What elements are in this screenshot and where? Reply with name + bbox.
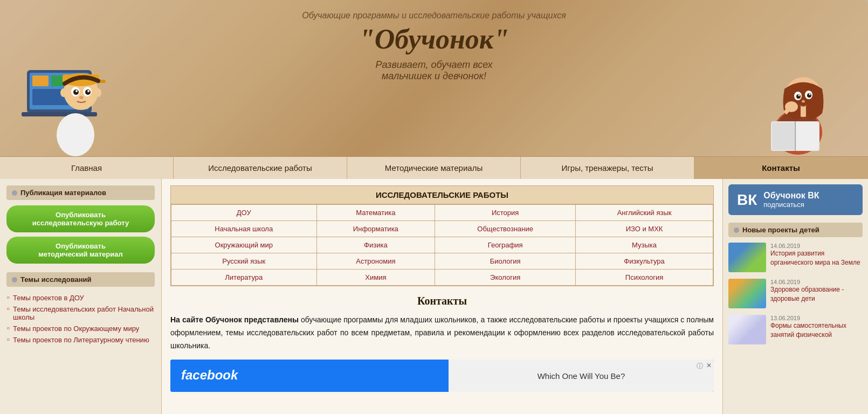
- header-title: "Обучонок": [11, 23, 857, 55]
- mascot-girl-container: [755, 27, 852, 156]
- project-date-2: 14.06.2019: [770, 279, 863, 285]
- table-cell[interactable]: Литература: [171, 270, 317, 286]
- nav-research[interactable]: Исследовательские работы: [174, 157, 347, 179]
- svg-rect-26: [796, 122, 818, 150]
- project-item-3: 13.06.2019 Формы самостоятельных занятий…: [728, 315, 863, 344]
- table-cell[interactable]: Обществознание: [435, 221, 576, 237]
- publish-section-title: Публикация материалов: [6, 185, 155, 200]
- vk-subscribe-box[interactable]: ВК Обучонок ВК подписаться: [728, 184, 863, 215]
- project-thumb-1: [728, 243, 766, 272]
- research-table: ДОУ Математика История Английский язык Н…: [171, 204, 713, 286]
- svg-point-19: [60, 88, 67, 97]
- table-cell[interactable]: Начальная школа: [171, 221, 317, 237]
- project-title-3[interactable]: Формы самостоятельных занятий физической: [770, 321, 863, 340]
- project-info-1: 14.06.2019 История развития органическог…: [770, 243, 863, 267]
- table-cell[interactable]: Русский язык: [171, 253, 317, 270]
- publish-method-button[interactable]: Опубликоватьметодический материал: [6, 237, 155, 264]
- project-title-1[interactable]: История развития органического мира на З…: [770, 249, 863, 267]
- topic-link-2[interactable]: Темы исследовательских работ Начальной ш…: [6, 303, 155, 323]
- publish-research-button[interactable]: Опубликоватьисследовательскую работу: [6, 205, 155, 232]
- table-cell[interactable]: Английский язык: [576, 205, 713, 221]
- topics-section-title: Темы исследований: [6, 272, 155, 287]
- new-projects-title: Новые проекты детей: [728, 223, 863, 237]
- topic-link-4[interactable]: Темы проектов по Литературному чтению: [6, 334, 155, 346]
- svg-rect-2: [32, 75, 49, 86]
- topics-section: Темы исследований Темы проектов в ДОУ Те…: [6, 272, 155, 346]
- contacts-text-bold: На сайте Обучонок представлены: [170, 315, 299, 324]
- project-date-3: 13.06.2019: [770, 315, 863, 321]
- project-item-1: 14.06.2019 История развития органическог…: [728, 243, 863, 272]
- table-cell[interactable]: Экология: [435, 270, 576, 286]
- topics-links: Темы проектов в ДОУ Темы исследовательск…: [6, 292, 155, 346]
- ad-right: Which One Will You Be? ⓘ ✕: [449, 360, 714, 392]
- vk-icon: ВК: [737, 191, 757, 209]
- topic-link-1[interactable]: Темы проектов в ДОУ: [6, 292, 155, 303]
- mascot-boy-svg: [16, 16, 124, 156]
- topic-link-3[interactable]: Темы проектов по Окружающему миру: [6, 323, 155, 334]
- project-thumb-2: [728, 279, 766, 308]
- ad-banner: facebook Which One Will You Be? ⓘ ✕: [170, 360, 714, 392]
- table-cell[interactable]: Биология: [435, 253, 576, 270]
- svg-rect-25: [772, 122, 794, 150]
- research-table-title: ИССЛЕДОВАТЕЛЬСКИЕ РАБОТЫ: [171, 186, 713, 204]
- sidebar-left: Публикация материалов Опубликоватьисслед…: [0, 179, 162, 414]
- svg-point-33: [809, 94, 811, 95]
- vk-subtitle: подписаться: [763, 201, 819, 209]
- table-cell[interactable]: ИЗО и МХК: [576, 221, 713, 237]
- svg-point-32: [798, 95, 800, 96]
- contacts-title: Контакты: [170, 295, 714, 307]
- vk-text: Обучонок ВК подписаться: [763, 191, 819, 209]
- project-info-2: 14.06.2019 Здоровое образование - здоров…: [770, 279, 863, 303]
- table-row: Литература Химия Экология Психология: [171, 270, 713, 286]
- ad-info-icon[interactable]: ⓘ: [697, 362, 703, 371]
- content-center: ИССЛЕДОВАТЕЛЬСКИЕ РАБОТЫ ДОУ Математика …: [162, 179, 722, 414]
- svg-point-18: [79, 96, 84, 99]
- project-item-2: 14.06.2019 Здоровое образование - здоров…: [728, 279, 863, 308]
- svg-point-16: [75, 90, 78, 92]
- ad-right-text: Which One Will You Be?: [538, 371, 625, 381]
- nav-home[interactable]: Главная: [0, 157, 174, 179]
- table-cell[interactable]: Химия: [316, 270, 435, 286]
- research-table-wrapper: ИССЛЕДОВАТЕЛЬСКИЕ РАБОТЫ ДОУ Математика …: [170, 185, 714, 286]
- table-cell[interactable]: История: [435, 205, 576, 221]
- project-info-3: 13.06.2019 Формы самостоятельных занятий…: [770, 315, 863, 340]
- mascot-girl-svg: [755, 27, 852, 156]
- table-row: Окружающий мир Физика География Музыка: [171, 237, 713, 253]
- site-header: Обучающие программы и исследовательские …: [0, 0, 868, 156]
- nav-contacts[interactable]: Контакты: [694, 157, 868, 179]
- svg-point-7: [57, 113, 94, 156]
- main-wrapper: Публикация материалов Опубликоватьисслед…: [0, 179, 868, 414]
- project-thumb-3: [728, 315, 766, 344]
- vk-title: Обучонок ВК: [763, 191, 819, 201]
- table-cell[interactable]: Физика: [316, 237, 435, 253]
- svg-point-20: [95, 88, 101, 97]
- table-cell[interactable]: География: [435, 237, 576, 253]
- nav-games[interactable]: Игры, тренажеры, тесты: [521, 157, 694, 179]
- table-cell[interactable]: Информатика: [316, 221, 435, 237]
- project-title-2[interactable]: Здоровое образование - здоровые дети: [770, 285, 863, 303]
- table-cell[interactable]: Астрономия: [316, 253, 435, 270]
- contacts-text: На сайте Обучонок представлены обучающие…: [170, 314, 714, 352]
- table-row: Начальная школа Информатика Обществознан…: [171, 221, 713, 237]
- svg-point-34: [802, 100, 805, 103]
- table-cell[interactable]: ДОУ: [171, 205, 317, 221]
- header-subtitle: Обучающие программы и исследовательские …: [11, 5, 857, 20]
- table-cell[interactable]: Физкультура: [576, 253, 713, 270]
- fb-ad-left[interactable]: facebook: [170, 360, 449, 392]
- svg-rect-6: [22, 112, 97, 116]
- header-slogan: Развивает, обучает всехмальчишек и девчо…: [11, 59, 857, 82]
- project-date-1: 14.06.2019: [770, 243, 863, 249]
- mascot-boy-container: [16, 16, 124, 156]
- table-row: ДОУ Математика История Английский язык: [171, 205, 713, 221]
- table-cell[interactable]: Музыка: [576, 237, 713, 253]
- fb-text: facebook: [181, 368, 238, 382]
- svg-point-17: [87, 90, 89, 92]
- table-row: Русский язык Астрономия Биология Физкуль…: [171, 253, 713, 270]
- sidebar-right: ВК Обучонок ВК подписаться Новые проекты…: [722, 179, 868, 414]
- table-cell[interactable]: Окружающий мир: [171, 237, 317, 253]
- main-nav: Главная Исследовательские работы Методич…: [0, 156, 868, 179]
- table-cell[interactable]: Психология: [576, 270, 713, 286]
- ad-close-button[interactable]: ✕: [706, 362, 712, 369]
- nav-methods[interactable]: Методические материалы: [347, 157, 521, 179]
- table-cell[interactable]: Математика: [316, 205, 435, 221]
